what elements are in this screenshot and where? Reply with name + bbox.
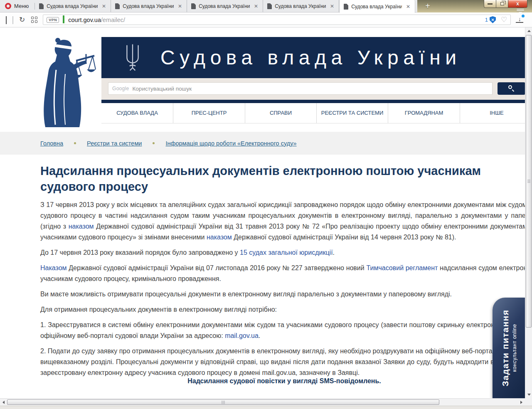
vertical-scrollbar-thumb[interactable]: [526, 35, 532, 328]
browser-tab-4[interactable]: Судова влада України✕: [263, 0, 339, 12]
nav-item-5[interactable]: ГРОМАДЯНАМ: [388, 103, 460, 123]
blocked-count: 1: [485, 17, 488, 23]
breadcrumb-strip: ГоловнаРеєстри та системиІнформація щодо…: [0, 132, 525, 155]
scroll-right-button[interactable]: [518, 399, 525, 406]
site-header: Судова влада України: [101, 37, 525, 78]
bookmark-heart-icon[interactable]: ♡: [501, 16, 507, 23]
ask-question-banner[interactable]: Задати питання консультант online: [493, 298, 525, 398]
banner-title: Задати питання: [500, 309, 510, 386]
back-icon: [6, 16, 7, 24]
breadcrumb: ГоловнаРеєстри та системиІнформація щодо…: [40, 140, 297, 147]
tab-close-icon[interactable]: ✕: [177, 2, 183, 10]
tab-close-icon[interactable]: ✕: [253, 2, 259, 10]
inline-link[interactable]: Наказом: [40, 264, 67, 271]
tab-close-icon[interactable]: ✕: [405, 3, 411, 10]
tab-title: Судова влада України: [47, 3, 98, 9]
scrollbar-corner: [525, 398, 532, 406]
new-tab-button[interactable]: +: [422, 1, 433, 11]
inline-link[interactable]: наказом: [207, 234, 232, 241]
speed-dial-icon[interactable]: [31, 17, 37, 23]
tab-bar: Меню Судова влада України✕Судова влада У…: [0, 0, 532, 12]
minimize-icon: [488, 3, 493, 5]
inline-link[interactable]: mail.gov.ua: [225, 332, 259, 339]
page-file-icon: [344, 4, 348, 10]
tab-title: Судова влада України: [199, 3, 250, 9]
tab-close-icon[interactable]: ✕: [101, 2, 107, 10]
arrow-down-icon: [527, 394, 531, 397]
breadcrumb-link-1[interactable]: Головна: [40, 140, 63, 147]
restore-button[interactable]: [496, 0, 508, 8]
page-viewport: Судова влада України Google СУДОВА ВЛАДА…: [0, 27, 525, 398]
browser-tab-2[interactable]: Судова влада України✕: [111, 0, 187, 12]
vpn-badge[interactable]: VPN: [47, 17, 59, 23]
breadcrumb-link-3[interactable]: Інформація щодо роботи «Електронного суд…: [165, 140, 296, 147]
vertical-scrollbar[interactable]: [525, 27, 532, 398]
google-logo: Google: [112, 86, 129, 91]
page-file-icon: [39, 3, 44, 9]
trident-emblem-icon: [123, 43, 142, 72]
address-bar: ↻ VPN court.gov.ua/emailec/ 1 ✕ ♡ ↓: [0, 12, 532, 27]
forward-button[interactable]: [12, 16, 13, 24]
tab-close-icon[interactable]: ✕: [329, 2, 335, 10]
article-paragraph-1: З 17 червня 2013 року у всіх місцевих та…: [40, 200, 525, 243]
scroll-left-button[interactable]: [0, 399, 7, 406]
article-paragraph-6: 1. Зареєструватися в системі обміну елек…: [40, 320, 525, 341]
adblocker-badge[interactable]: 1 ✕: [485, 16, 496, 23]
download-notification-dot: [522, 15, 525, 17]
nav-item-2[interactable]: ПРЕС-ЦЕНТР: [173, 103, 245, 123]
site-search-field[interactable]: Google: [108, 82, 493, 95]
page: Судова влада України Google СУДОВА ВЛАДА…: [0, 27, 525, 398]
article-body: З 17 червня 2013 року у всіх місцевих та…: [40, 200, 525, 383]
page-file-icon: [115, 3, 120, 9]
nav-item-1[interactable]: СУДОВА ВЛАДА: [101, 103, 173, 123]
window-bottom-edge: [0, 406, 532, 409]
lady-justice-illustration: [39, 37, 96, 129]
nav-item-4[interactable]: РЕЄСТРИ ТА СИСТЕМИ: [317, 103, 388, 123]
scrollbar-grip: [222, 401, 225, 404]
nav-item-6[interactable]: ІНШЕ: [460, 103, 525, 123]
back-button[interactable]: [6, 16, 7, 24]
window-controls: x: [484, 0, 527, 8]
opera-menu-label: Меню: [14, 3, 29, 9]
page-file-icon: [267, 3, 272, 9]
page-title: Надсилання процесуальних документів елек…: [40, 163, 506, 195]
banner-text: Задати питання консультант online: [493, 298, 525, 398]
minimize-button[interactable]: [484, 0, 496, 8]
banner-subtitle: консультант online: [512, 324, 517, 372]
inline-link[interactable]: Тимчасовий регламент: [366, 264, 438, 271]
tab-title: Судова влада України: [123, 3, 174, 9]
site-search-button[interactable]: [498, 82, 525, 95]
article-paragraph-7: 2. Подати до суду заявку про отримання п…: [40, 346, 525, 378]
scroll-down-button[interactable]: [525, 391, 532, 398]
inline-link[interactable]: 15 судах загальної юрисдикції: [240, 249, 333, 256]
url-field[interactable]: VPN court.gov.ua/emailec/ 1 ✕ ♡: [43, 15, 511, 25]
page-file-icon: [191, 3, 196, 9]
article-paragraph-2: До 17 червня 2013 року вказаний порядок …: [40, 247, 525, 258]
site-search-input[interactable]: [133, 86, 489, 92]
opera-menu-button[interactable]: Меню: [0, 0, 34, 12]
browser-tab-5[interactable]: Судова влада України✕: [339, 0, 415, 13]
nav-item-3[interactable]: СПРАВИ: [245, 103, 317, 123]
browser-tab-1[interactable]: Судова влада України✕: [35, 0, 111, 12]
horizontal-scrollbar-thumb[interactable]: [7, 399, 439, 405]
tabs-container: Судова влада України✕Судова влада Україн…: [35, 0, 415, 12]
close-button[interactable]: x: [508, 0, 527, 8]
sms-notice-link[interactable]: Надсилання судової повістки у вигляді SM…: [40, 377, 525, 385]
tab-title: Судова влада України: [351, 4, 402, 10]
inline-link[interactable]: наказом: [69, 223, 94, 230]
restore-icon: [500, 2, 504, 5]
breadcrumb-link-2[interactable]: Реєстри та системи: [87, 140, 142, 147]
reload-button[interactable]: ↻: [19, 16, 25, 23]
nav-top-bar: [101, 100, 525, 103]
downloads-button[interactable]: ↓: [516, 17, 523, 23]
url-host: court.gov.ua: [68, 17, 101, 23]
browser-window: Меню Судова влада України✕Судова влада У…: [0, 0, 532, 409]
browser-tab-3[interactable]: Судова влада України✕: [187, 0, 263, 12]
search-icon: [508, 85, 512, 89]
url-path: /emailec/: [101, 17, 125, 23]
horizontal-scrollbar[interactable]: [0, 398, 525, 406]
url-text: court.gov.ua/emailec/: [68, 17, 485, 23]
scroll-up-button[interactable]: [525, 27, 532, 34]
lock-icon[interactable]: [63, 16, 64, 24]
arrow-up-icon: [527, 28, 531, 32]
